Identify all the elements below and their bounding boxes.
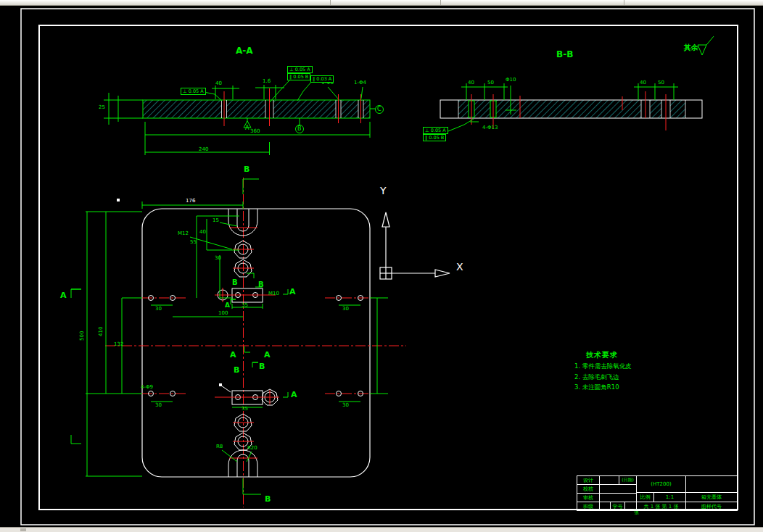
dim-label: Φ10 bbox=[506, 78, 516, 83]
tb-class-value bbox=[599, 502, 611, 511]
dim-label: 132 bbox=[114, 342, 123, 347]
dim-label: B bbox=[258, 281, 264, 288]
tech-req-item: 1. 零件需去除氧化皮 bbox=[574, 362, 683, 371]
ucs-axis-icon bbox=[380, 212, 450, 279]
gdt-frame: ⊥ 0.05 A bbox=[287, 66, 313, 73]
tech-req-item: 3. 未注圆角R10 bbox=[574, 383, 683, 392]
dim-label: 40 bbox=[640, 80, 646, 86]
dim-label: 240 bbox=[199, 147, 208, 152]
tb-part-name: 箱壳基体 bbox=[685, 492, 738, 502]
outer-frame bbox=[21, 9, 754, 525]
gdt-frame: ∥ 0.03 A bbox=[310, 75, 334, 83]
section-aa-label: A-A bbox=[236, 46, 253, 55]
tb-scale-value: 1:1 bbox=[653, 492, 686, 502]
gdt-frame: ⊥ 0.05 A bbox=[423, 127, 448, 134]
axis-x-label: X bbox=[456, 262, 463, 272]
dim-label: 410 bbox=[99, 327, 104, 336]
dim-label: A bbox=[230, 351, 236, 359]
dim-label: 360 bbox=[250, 129, 260, 134]
dim-label: 30 bbox=[342, 307, 349, 312]
dim-label: 4-Φ9 bbox=[141, 385, 153, 390]
dim-label: A bbox=[289, 288, 296, 296]
gdt-frame: ∥ 0.05 B bbox=[287, 73, 310, 80]
dim-label: 40 bbox=[215, 81, 222, 86]
dim-label: 500 bbox=[80, 331, 85, 341]
dim-label: 176 bbox=[186, 199, 195, 204]
dim-label: 35 bbox=[242, 407, 248, 412]
dim-label: 15 bbox=[213, 218, 219, 223]
section-bb-view bbox=[440, 36, 714, 131]
tech-req-item: 2. 去除毛刺飞边 bbox=[574, 373, 683, 382]
dim-label: M10 bbox=[268, 291, 279, 296]
dim-label: B bbox=[232, 279, 238, 286]
dim-label: 50 bbox=[658, 80, 664, 86]
dim-label: 30 bbox=[155, 307, 162, 312]
dim-label: 35 bbox=[242, 303, 248, 308]
tb-code-label: 图样代号 bbox=[685, 502, 738, 511]
dim-label: A bbox=[291, 391, 297, 399]
section-aa-view bbox=[104, 80, 384, 155]
section-cut-a-left: A bbox=[60, 291, 67, 299]
dim-label: 100 bbox=[218, 311, 228, 316]
tb-drawing-no bbox=[685, 475, 738, 493]
datum-a-label: A bbox=[245, 125, 249, 131]
surface-finish-icon bbox=[698, 36, 714, 55]
section-bb-label: B-B bbox=[556, 50, 573, 59]
statusbar-nub bbox=[20, 528, 26, 531]
axis-y-label: Y bbox=[380, 186, 387, 196]
dim-label: 30 bbox=[215, 256, 221, 261]
dim-label: A bbox=[264, 351, 271, 359]
tb-studentno-label: 学号 bbox=[610, 502, 625, 511]
dim-label: A bbox=[225, 302, 230, 309]
gdt-frame: ∥ 0.05 B bbox=[423, 134, 446, 141]
gdt-frame: ⊥ 0.05 A bbox=[181, 88, 206, 95]
dim-label: 30 bbox=[155, 403, 162, 408]
drawing-canvas[interactable] bbox=[0, 0, 763, 532]
section-cut-b-top: B bbox=[244, 165, 249, 173]
datum-b-label: B bbox=[297, 126, 302, 132]
dim-label: 40 bbox=[468, 80, 474, 86]
dim-label: 1.6 bbox=[263, 79, 271, 84]
cad-application-window: A-A401.61-Φ81-Φ425360240ABC⊥ 0.05 A⊥ 0.0… bbox=[0, 0, 763, 532]
dim-label: 50 bbox=[487, 80, 494, 86]
dim-label: R8 bbox=[216, 444, 223, 449]
dim-label: 1-Φ4 bbox=[354, 80, 366, 86]
dim-label: B bbox=[234, 366, 239, 374]
dim-label: 25 bbox=[99, 105, 105, 110]
dim-label: 55 bbox=[190, 240, 197, 245]
dim-label: 4-Φ13 bbox=[482, 125, 498, 130]
tb-scale-label: 比例 bbox=[636, 492, 654, 502]
tb-studentno-value bbox=[624, 502, 637, 511]
section-cut-b-bottom: B bbox=[265, 495, 271, 503]
dim-label: 40 bbox=[199, 230, 206, 235]
dim-label: R20 bbox=[247, 446, 257, 451]
dim-label: M12 bbox=[178, 231, 189, 236]
datum-c-label: C bbox=[377, 107, 382, 112]
tb-material: (HT200) bbox=[636, 475, 686, 493]
title-block-stray: 张 bbox=[634, 510, 639, 515]
statusbar-strip[interactable] bbox=[0, 527, 763, 532]
tech-req-title: 技术要求 bbox=[586, 350, 683, 360]
tb-class-label: 班级 bbox=[577, 502, 600, 511]
dim-label: B bbox=[259, 362, 265, 370]
dim-label: 30 bbox=[342, 403, 349, 408]
tb-sheet-info: 共 1 张 第 1 张 bbox=[636, 502, 686, 511]
surface-finish-note: 其余 bbox=[684, 44, 698, 51]
title-block: 设计 (日期) 校核 审核 班级 学号 (HT200) 比例 1:1 共 1 张… bbox=[577, 475, 738, 510]
tech-requirements: 技术要求 1. 零件需去除氧化皮 2. 去除毛刺飞边 3. 未注圆角R10 bbox=[574, 350, 683, 392]
